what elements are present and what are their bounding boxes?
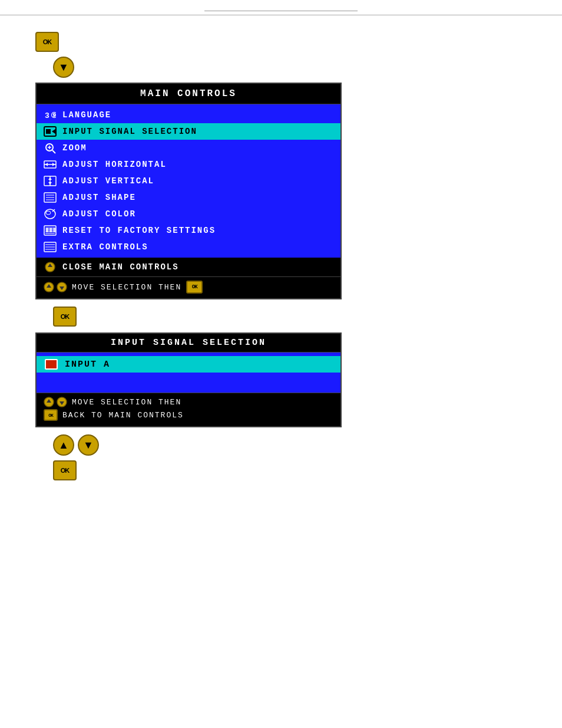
menu-item-adjust-shape[interactable]: ADJUST SHAPE xyxy=(37,189,340,206)
input-icon xyxy=(44,125,57,138)
horiz-icon xyxy=(44,158,57,171)
svg-text:▓▓▓: ▓▓▓ xyxy=(46,228,57,232)
ok-button-3[interactable]: OK xyxy=(53,460,77,480)
footer-move-selection: MOVE SELECTION THEN OK xyxy=(44,281,333,294)
step3-arrows: ▲ ▼ xyxy=(53,434,527,456)
reset-icon: ▓▓▓ xyxy=(44,224,57,237)
menu-label-color: ADJUST COLOR xyxy=(62,209,136,219)
main-controls-menu: MAIN CONTROLS 3⑨ LANGUAGE xyxy=(35,83,342,299)
input-arrows-icon xyxy=(44,397,67,407)
main-menu-title: MAIN CONTROLS xyxy=(37,84,340,104)
main-menu-items: 3⑨ LANGUAGE INPUT SIGNAL SELECTION xyxy=(37,104,340,258)
menu-item-zoom[interactable]: ZOOM xyxy=(37,140,340,156)
menu-close[interactable]: CLOSE MAIN CONTROLS xyxy=(37,258,340,276)
menu-item-adjust-vertical[interactable]: ADJUST VERTICAL xyxy=(37,173,340,189)
input-a-label: INPUT A xyxy=(65,360,110,370)
arrow-down-button-1[interactable]: ▼ xyxy=(53,57,74,78)
menu-label-reset: RESET TO FACTORY SETTINGS xyxy=(62,226,216,235)
svg-marker-10 xyxy=(45,163,48,166)
input-footer-line1: MOVE SELECTION THEN xyxy=(72,398,181,407)
vert-icon xyxy=(44,174,57,187)
input-menu-footer: MOVE SELECTION THEN OK BACK TO MAIN CONT… xyxy=(37,393,340,426)
zoom-icon xyxy=(44,141,57,154)
step1-ok: OK xyxy=(35,32,527,52)
menu-item-adjust-horizontal[interactable]: ADJUST HORIZONTAL xyxy=(37,156,340,173)
menu-label-extra: EXTRA CONTROLS xyxy=(62,242,148,252)
color-icon xyxy=(44,207,57,220)
main-content: OK ▼ MAIN CONTROLS 3⑨ LANGUAGE xyxy=(0,21,562,491)
menu-label-language: LANGUAGE xyxy=(62,110,111,120)
input-signal-menu: INPUT SIGNAL SELECTION INPUT A xyxy=(35,332,342,427)
lang-icon: 3⑨ xyxy=(44,108,57,121)
input-item-b xyxy=(37,373,340,389)
close-icon xyxy=(44,261,57,274)
input-item-a[interactable]: INPUT A xyxy=(37,356,340,373)
arrows-pair-icon xyxy=(44,282,67,292)
arrow-down-button-2[interactable]: ▼ xyxy=(78,434,99,456)
divider xyxy=(0,15,562,15)
input-a-icon xyxy=(45,359,58,370)
footer-ok-icon: OK xyxy=(186,281,203,294)
top-decoration xyxy=(0,0,562,15)
menu-item-adjust-color[interactable]: ADJUST COLOR xyxy=(37,206,340,222)
menu-label-horiz: ADJUST HORIZONTAL xyxy=(62,160,167,169)
shape-icon xyxy=(44,191,57,204)
input-footer-back: OK BACK TO MAIN CONTROLS xyxy=(44,409,333,421)
step2-ok: OK xyxy=(53,307,527,327)
svg-marker-11 xyxy=(52,163,55,166)
menu-label-zoom: ZOOM xyxy=(62,143,87,153)
menu-item-reset[interactable]: ▓▓▓ RESET TO FACTORY SETTINGS xyxy=(37,222,340,239)
ok-button-2[interactable]: OK xyxy=(53,307,77,327)
menu-item-extra[interactable]: EXTRA CONTROLS xyxy=(37,239,340,255)
input-footer-ok-icon: OK xyxy=(44,409,58,421)
svg-point-21 xyxy=(46,211,51,215)
menu-label-shape: ADJUST SHAPE xyxy=(62,193,136,202)
svg-rect-2 xyxy=(46,129,51,134)
ok-button-1[interactable]: OK xyxy=(35,32,59,52)
menu-item-language[interactable]: 3⑨ LANGUAGE xyxy=(37,107,340,123)
menu-label-vert: ADJUST VERTICAL xyxy=(62,176,154,186)
svg-marker-15 xyxy=(48,182,52,185)
step1-arrow: ▼ xyxy=(53,57,527,78)
close-label: CLOSE MAIN CONTROLS xyxy=(62,262,179,272)
footer-move-label: MOVE SELECTION THEN xyxy=(72,283,181,292)
main-menu-footer: MOVE SELECTION THEN OK xyxy=(37,276,340,298)
input-footer-line2: BACK TO MAIN CONTROLS xyxy=(62,411,184,420)
extra-icon xyxy=(44,241,57,253)
step3-ok: OK xyxy=(53,460,527,480)
input-footer-move: MOVE SELECTION THEN xyxy=(44,397,333,407)
input-menu-title: INPUT SIGNAL SELECTION xyxy=(37,334,340,353)
arrow-up-button[interactable]: ▲ xyxy=(53,434,74,456)
svg-marker-14 xyxy=(48,177,52,180)
menu-item-input-signal[interactable]: INPUT SIGNAL SELECTION xyxy=(37,123,340,140)
svg-line-5 xyxy=(52,150,55,153)
svg-marker-3 xyxy=(52,129,55,134)
input-menu-items: INPUT A xyxy=(37,353,340,393)
svg-text:3⑨: 3⑨ xyxy=(45,111,56,120)
menu-label-input-signal: INPUT SIGNAL SELECTION xyxy=(62,127,197,136)
